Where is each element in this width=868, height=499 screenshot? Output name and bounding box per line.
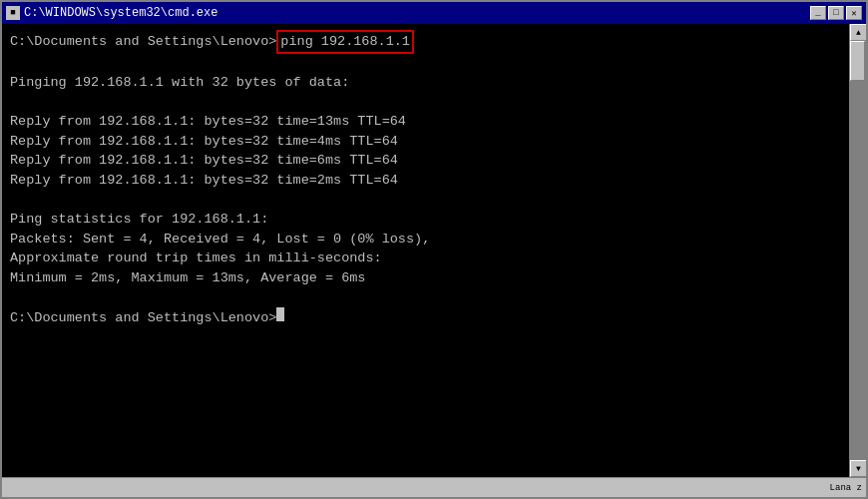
approx-line: Approximate round trip times in milli-se… [10,249,841,268]
title-bar: ■ C:\WINDOWS\system32\cmd.exe _ □ ✕ [2,2,866,24]
scroll-thumb[interactable] [850,41,865,81]
reply-line-3: Reply from 192.168.1.1: bytes=32 time=6m… [10,151,841,171]
prompt2: C:\Documents and Settings\Lenovo> [10,308,276,328]
cursor [276,307,284,321]
empty-line-3 [10,191,841,211]
scroll-down-button[interactable]: ▼ [850,460,866,477]
terminal-output[interactable]: C:\Documents and Settings\Lenovo>ping 19… [2,24,849,477]
minimize-button[interactable]: _ [810,6,826,20]
close-button[interactable]: ✕ [846,6,862,20]
pinging-line: Pinging 192.168.1.1 with 32 bytes of dat… [10,73,841,93]
reply-line-2: Reply from 192.168.1.1: bytes=32 time=4m… [10,132,841,152]
scrollbar[interactable]: ▲ ▼ [849,24,866,477]
empty-line-1 [10,54,841,74]
window-buttons: _ □ ✕ [810,6,862,20]
reply-line-4: Reply from 192.168.1.1: bytes=32 time=2m… [10,171,841,191]
empty-line-2 [10,93,841,113]
stats-header: Ping statistics for 192.168.1.1: [10,210,841,230]
minmax-line: Minimum = 2ms, Maximum = 13ms, Average =… [10,268,841,288]
content-area: C:\Documents and Settings\Lenovo>ping 19… [2,24,866,477]
empty-line-4 [10,287,841,307]
command-highlight: ping 192.168.1.1 [276,30,414,54]
title-bar-left: ■ C:\WINDOWS\system32\cmd.exe [6,6,217,20]
cmd-icon: ■ [6,6,20,20]
cmd-window: ■ C:\WINDOWS\system32\cmd.exe _ □ ✕ C:\D… [0,0,868,499]
prompt1: C:\Documents and Settings\Lenovo> [10,32,276,52]
command-line: C:\Documents and Settings\Lenovo>ping 19… [10,30,841,54]
prompt2-line: C:\Documents and Settings\Lenovo> [10,307,841,328]
window-title: C:\WINDOWS\system32\cmd.exe [24,6,217,20]
scroll-track[interactable] [850,41,866,460]
reply-line-1: Reply from 192.168.1.1: bytes=32 time=13… [10,112,841,132]
bottom-text: Lana z [830,483,862,493]
scroll-up-button[interactable]: ▲ [850,24,866,41]
maximize-button[interactable]: □ [828,6,844,20]
bottom-bar: Lana z [2,477,866,497]
packets-line: Packets: Sent = 4, Received = 4, Lost = … [10,230,841,250]
